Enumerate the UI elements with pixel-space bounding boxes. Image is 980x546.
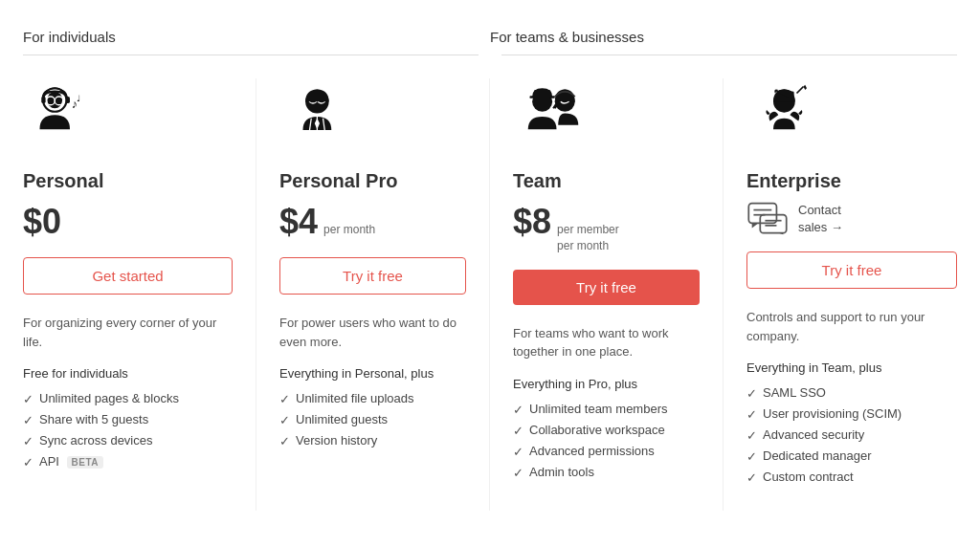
check-icon: ✓ — [23, 392, 33, 406]
svg-rect-5 — [41, 97, 45, 103]
teams-divider — [501, 55, 957, 55]
personal-pro-plan-price: $4 per month — [279, 202, 466, 242]
team-features-list: ✓Unlimited team members ✓Collaborative w… — [513, 399, 700, 483]
check-icon: ✓ — [513, 445, 523, 459]
personal-pro-cta-button[interactable]: Try it free — [279, 257, 466, 295]
svg-rect-6 — [66, 97, 70, 103]
list-item: ✓Unlimited file uploads — [279, 388, 466, 409]
personal-pro-illustration — [279, 78, 466, 155]
personal-plan-price: $0 — [23, 202, 233, 242]
team-plan-price: $8 per member per month — [513, 202, 700, 254]
personal-pro-description: For power users who want to do even more… — [279, 314, 466, 351]
list-item: ✓Sync across devices — [23, 430, 233, 451]
enterprise-plan-name: Enterprise — [746, 170, 957, 192]
svg-rect-18 — [534, 90, 551, 98]
team-cta-button[interactable]: Try it free — [513, 270, 700, 305]
individuals-divider — [23, 55, 479, 55]
enterprise-illustration — [746, 78, 957, 155]
check-icon: ✓ — [513, 424, 523, 438]
check-icon: ✓ — [279, 413, 290, 427]
enterprise-description: Controls and support to run your company… — [746, 308, 957, 345]
personal-icon: ♪ ♩ — [23, 83, 99, 150]
enterprise-features-list: ✓SAML SSO ✓User provisioning (SCIM) ✓Adv… — [746, 382, 957, 488]
enterprise-cta-button[interactable]: Try it free — [746, 251, 957, 289]
check-icon: ✓ — [746, 470, 757, 485]
enterprise-icon — [746, 83, 822, 150]
svg-marker-22 — [804, 85, 808, 90]
list-item: ✓SAML SSO — [746, 382, 957, 404]
plans-grid: ♪ ♩ Personal $0 Get started For organizi… — [23, 78, 957, 511]
list-item: ✓Version history — [279, 430, 466, 451]
enterprise-plan-price: Contactsales → — [746, 202, 957, 236]
section-labels: For individuals For teams & businesses — [23, 29, 957, 45]
personal-pro-features-list: ✓Unlimited file uploads ✓Unlimited guest… — [279, 388, 466, 451]
list-item: ✓Collaborative workspace — [513, 420, 700, 441]
list-item: ✓Share with 5 guests — [23, 409, 233, 430]
check-icon: ✓ — [23, 434, 33, 448]
team-icon — [513, 83, 597, 150]
check-icon: ✓ — [279, 392, 290, 406]
list-item: ✓Advanced permissions — [513, 441, 700, 462]
personal-illustration: ♪ ♩ — [23, 78, 233, 155]
list-item: ✓Unlimited team members — [513, 399, 700, 420]
divider-gap — [479, 55, 501, 55]
team-features-label: Everything in Pro, plus — [513, 377, 700, 391]
personal-features-list: ✓Unlimited pages & blocks ✓Share with 5 … — [23, 388, 233, 472]
check-icon: ✓ — [746, 407, 757, 422]
check-icon: ✓ — [513, 466, 523, 480]
chat-bubble-icon — [746, 202, 789, 236]
svg-text:♩: ♩ — [77, 94, 80, 103]
beta-badge: BETA — [67, 456, 103, 469]
team-plan-name: Team — [513, 170, 700, 192]
check-icon: ✓ — [23, 413, 33, 427]
personal-pro-icon — [279, 83, 355, 150]
plan-team: Team $8 per member per month Try it free… — [490, 78, 724, 511]
personal-pro-features-label: Everything in Personal, plus — [279, 366, 466, 381]
plan-personal: ♪ ♩ Personal $0 Get started For organizi… — [23, 78, 256, 511]
personal-pro-plan-name: Personal Pro — [279, 170, 466, 192]
individuals-section-label: For individuals — [23, 29, 490, 45]
personal-plan-name: Personal — [23, 170, 233, 192]
pricing-page: For individuals For teams & businesses — [0, 0, 980, 539]
enterprise-features-label: Everything in Team, plus — [746, 360, 957, 375]
list-item: ✓API BETA — [23, 451, 233, 472]
list-item: ✓Advanced security — [746, 425, 957, 446]
personal-cta-button[interactable]: Get started — [23, 257, 233, 295]
check-icon: ✓ — [279, 434, 290, 448]
teams-section-label: For teams & businesses — [490, 29, 957, 45]
list-item: ✓Dedicated manager — [746, 446, 957, 467]
list-item: ✓Unlimited pages & blocks — [23, 388, 233, 409]
check-icon: ✓ — [746, 428, 757, 443]
list-item: ✓Custom contract — [746, 467, 957, 488]
team-illustration — [513, 78, 700, 155]
contact-sales-text: Contactsales → — [798, 202, 843, 236]
team-description: For teams who want to work together in o… — [513, 324, 700, 361]
personal-features-label: Free for individuals — [23, 366, 233, 381]
list-item: ✓Unlimited guests — [279, 409, 466, 430]
plan-enterprise: Enterprise Contactsales → Try it fr — [724, 78, 957, 511]
svg-line-21 — [797, 87, 804, 94]
check-icon: ✓ — [23, 455, 33, 470]
check-icon: ✓ — [513, 403, 523, 417]
check-icon: ✓ — [746, 449, 757, 464]
plan-personal-pro: Personal Pro $4 per month Try it free Fo… — [256, 78, 490, 511]
list-item: ✓User provisioning (SCIM) — [746, 404, 957, 425]
check-icon: ✓ — [746, 386, 757, 401]
list-item: ✓Admin tools — [513, 462, 700, 483]
section-dividers — [23, 55, 957, 55]
personal-description: For organizing every corner of your life… — [23, 314, 233, 351]
